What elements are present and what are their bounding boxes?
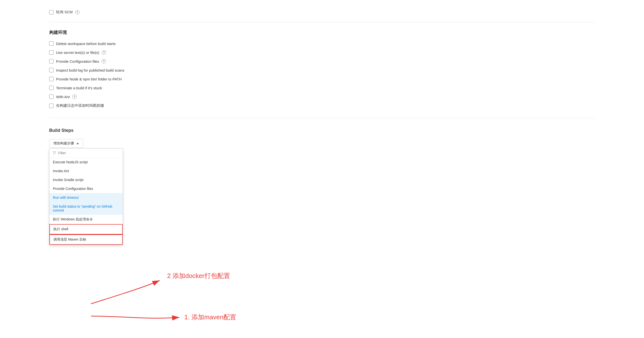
checkbox-row-1: Delete workspace before build starts bbox=[49, 41, 595, 46]
add-step-label: 增加构建步骤 bbox=[53, 141, 74, 146]
scm-label: 轮询 SCM bbox=[56, 10, 73, 15]
checkbox-row-8: 在构建日志中添加时间戳前缀 bbox=[49, 103, 595, 108]
add-step-wrapper: 增加构建步骤 ⛉ Execute NodeJS script Invoke An… bbox=[49, 139, 83, 148]
terminate-build-label: Terminate a build if it's stuck bbox=[56, 86, 102, 90]
terminate-build-checkbox[interactable] bbox=[49, 86, 54, 90]
secret-text-checkbox[interactable] bbox=[49, 50, 54, 55]
filter-input[interactable] bbox=[58, 151, 119, 155]
dropdown-item-set-build-status[interactable]: Set build status to "pending" on GitHub … bbox=[50, 202, 123, 215]
dropdown-item-invoke-gradle[interactable]: Invoke Gradle script bbox=[50, 175, 123, 184]
with-ant-label: With Ant bbox=[56, 95, 70, 99]
provide-node-label: Provide Node & npm bin/ folder to PATH bbox=[56, 77, 122, 81]
filter-icon: ⛉ bbox=[53, 151, 56, 155]
build-env-section: 构建环境 Delete workspace before build start… bbox=[49, 30, 595, 108]
provide-config-checkbox[interactable] bbox=[49, 59, 54, 64]
secret-text-help-icon[interactable]: ? bbox=[102, 50, 106, 55]
annotation-maven-text: 1. 添加maven配置 bbox=[184, 313, 236, 321]
build-env-title: 构建环境 bbox=[49, 30, 595, 36]
chevron-up-icon bbox=[76, 143, 79, 144]
checkbox-row-6: Terminate a build if it's stuck bbox=[49, 86, 595, 90]
scm-help-icon[interactable]: ? bbox=[75, 10, 80, 15]
provide-node-checkbox[interactable] bbox=[49, 77, 54, 81]
build-steps-section: Build Steps 增加构建步骤 ⛉ Execute NodeJS scri… bbox=[49, 128, 595, 148]
dropdown-item-windows-batch[interactable]: 执行 Windows 批处理命令 bbox=[50, 215, 123, 224]
checkbox-row-3: Provide Configuration files ? bbox=[49, 59, 595, 64]
provide-config-label: Provide Configuration files bbox=[56, 59, 99, 64]
with-ant-checkbox[interactable] bbox=[49, 95, 54, 99]
delete-workspace-label: Delete workspace before build starts bbox=[56, 42, 116, 46]
provide-config-help-icon[interactable]: ? bbox=[102, 59, 106, 64]
dropdown-item-invoke-ant[interactable]: Invoke Ant bbox=[50, 167, 123, 175]
dropdown-item-provide-config[interactable]: Provide Configuration files bbox=[50, 184, 123, 193]
checkbox-row-7: With Ant ? bbox=[49, 95, 595, 99]
inspect-build-log-checkbox[interactable] bbox=[49, 68, 54, 72]
dropdown-item-invoke-maven[interactable]: 调用顶层 Maven 目标 bbox=[50, 234, 123, 245]
build-step-dropdown: ⛉ Execute NodeJS script Invoke Ant Invok… bbox=[49, 148, 123, 245]
checkbox-row-5: Provide Node & npm bin/ folder to PATH bbox=[49, 77, 595, 81]
dropdown-item-run-timeout[interactable]: Run with timeout bbox=[50, 193, 123, 202]
timestamp-label: 在构建日志中添加时间戳前缀 bbox=[56, 103, 104, 108]
with-ant-help-icon[interactable]: ? bbox=[72, 95, 77, 99]
annotation-docker-text: 2 添加docker打包配置 bbox=[167, 272, 230, 279]
add-build-step-button[interactable]: 增加构建步骤 bbox=[49, 139, 83, 148]
build-steps-title: Build Steps bbox=[49, 128, 595, 133]
secret-text-label: Use secret text(s) or file(s) bbox=[56, 51, 99, 55]
delete-workspace-checkbox[interactable] bbox=[49, 41, 54, 46]
scm-checkbox[interactable] bbox=[49, 10, 54, 15]
dropdown-item-execute-nodejs[interactable]: Execute NodeJS script bbox=[50, 158, 123, 167]
timestamp-checkbox[interactable] bbox=[49, 104, 54, 108]
checkbox-row-2: Use secret text(s) or file(s) ? bbox=[49, 50, 595, 55]
checkbox-row-4: Inspect build log for published build sc… bbox=[49, 68, 595, 72]
filter-row: ⛉ bbox=[50, 149, 123, 158]
section-divider-2 bbox=[49, 118, 595, 118]
inspect-build-log-label: Inspect build log for published build sc… bbox=[56, 68, 124, 72]
dropdown-item-execute-shell[interactable]: 执行 shell bbox=[50, 224, 123, 234]
